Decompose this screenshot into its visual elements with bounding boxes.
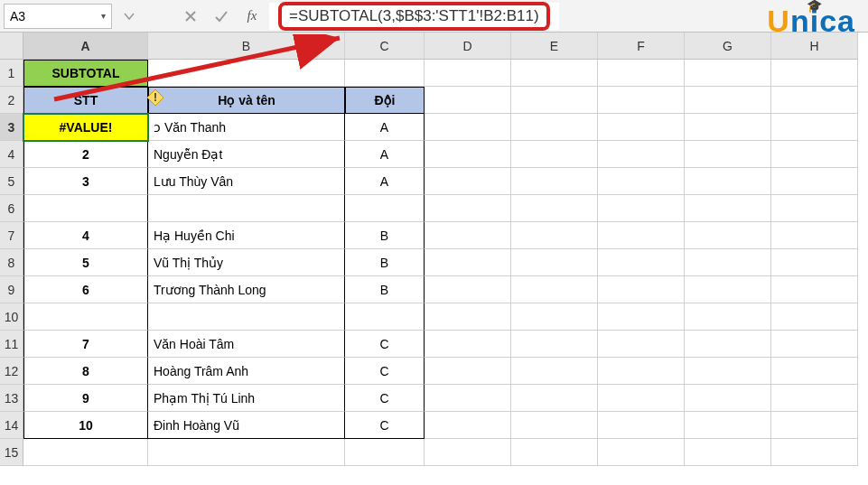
cell[interactable] xyxy=(685,87,771,114)
cell[interactable] xyxy=(345,195,425,222)
select-all-corner[interactable] xyxy=(0,33,23,60)
cell[interactable] xyxy=(511,385,598,412)
cell[interactable]: A xyxy=(345,141,425,168)
row-header[interactable]: 9 xyxy=(0,276,23,303)
cell[interactable] xyxy=(598,222,685,249)
cell[interactable] xyxy=(425,168,511,195)
cell[interactable] xyxy=(685,385,771,412)
cell[interactable] xyxy=(511,249,598,276)
cell-C2[interactable]: Đội xyxy=(345,87,425,114)
col-header-G[interactable]: G xyxy=(685,33,771,60)
cell[interactable] xyxy=(598,276,685,303)
col-header-E[interactable]: E xyxy=(511,33,598,60)
cell-C3[interactable]: A xyxy=(345,114,425,141)
cell[interactable] xyxy=(771,114,858,141)
cell[interactable] xyxy=(511,168,598,195)
cell[interactable] xyxy=(598,358,685,385)
cell[interactable] xyxy=(685,114,771,141)
cell-B2[interactable]: Họ và tên xyxy=(148,87,345,114)
row-header[interactable]: 12 xyxy=(0,358,23,385)
cell[interactable]: B xyxy=(345,249,425,276)
cell[interactable] xyxy=(511,60,598,87)
cell[interactable] xyxy=(511,141,598,168)
row-header[interactable]: 3 xyxy=(0,114,23,141)
cell[interactable]: C xyxy=(345,412,425,439)
cell[interactable] xyxy=(425,141,511,168)
cell[interactable]: C xyxy=(345,331,425,358)
cell[interactable] xyxy=(148,60,345,87)
cell[interactable] xyxy=(685,222,771,249)
cell[interactable] xyxy=(148,195,345,222)
cell[interactable] xyxy=(685,439,771,466)
col-header-A[interactable]: A xyxy=(23,33,148,60)
cell[interactable] xyxy=(771,168,858,195)
col-header-F[interactable]: F xyxy=(598,33,685,60)
cell[interactable] xyxy=(511,412,598,439)
row-header[interactable]: 2 xyxy=(0,87,23,114)
cell[interactable] xyxy=(685,60,771,87)
cell[interactable] xyxy=(425,195,511,222)
cell[interactable] xyxy=(425,385,511,412)
cell[interactable] xyxy=(511,195,598,222)
cell[interactable] xyxy=(598,303,685,331)
error-warning-icon[interactable]: ! xyxy=(146,89,164,107)
cell[interactable] xyxy=(771,141,858,168)
cell[interactable] xyxy=(685,358,771,385)
cell[interactable] xyxy=(685,168,771,195)
cell[interactable]: 5 xyxy=(23,249,148,276)
cell[interactable] xyxy=(425,358,511,385)
cell[interactable] xyxy=(23,303,148,331)
cell-B3[interactable]: ɔ Văn Thanh xyxy=(148,114,345,141)
cell[interactable] xyxy=(598,168,685,195)
cell[interactable] xyxy=(771,195,858,222)
cell[interactable] xyxy=(425,87,511,114)
cell[interactable]: Trương Thành Long xyxy=(148,276,345,303)
cell[interactable] xyxy=(425,114,511,141)
cell[interactable]: C xyxy=(345,385,425,412)
cell[interactable] xyxy=(685,249,771,276)
cell[interactable] xyxy=(771,385,858,412)
row-header[interactable]: 4 xyxy=(0,141,23,168)
col-header-B[interactable]: B xyxy=(148,33,345,60)
cell[interactable] xyxy=(771,276,858,303)
col-header-H[interactable]: H xyxy=(771,33,858,60)
row-header[interactable]: 5 xyxy=(0,168,23,195)
cell[interactable] xyxy=(771,87,858,114)
cell[interactable] xyxy=(425,331,511,358)
cell[interactable] xyxy=(771,331,858,358)
col-header-C[interactable]: C xyxy=(345,33,425,60)
cancel-icon[interactable] xyxy=(177,4,204,29)
row-header[interactable]: 10 xyxy=(0,303,23,331)
row-header[interactable]: 14 xyxy=(0,412,23,439)
cell[interactable] xyxy=(511,303,598,331)
cell[interactable]: C xyxy=(345,358,425,385)
cell[interactable] xyxy=(425,249,511,276)
cell[interactable] xyxy=(425,412,511,439)
cell[interactable]: A xyxy=(345,168,425,195)
cell[interactable]: Văn Hoài Tâm xyxy=(148,331,345,358)
cell[interactable] xyxy=(685,276,771,303)
cell[interactable] xyxy=(685,331,771,358)
cell[interactable] xyxy=(425,303,511,331)
cell[interactable] xyxy=(598,249,685,276)
cell[interactable]: 7 xyxy=(23,331,148,358)
cell[interactable] xyxy=(771,222,858,249)
row-header[interactable]: 8 xyxy=(0,249,23,276)
cell[interactable]: 10 xyxy=(23,412,148,439)
cell[interactable]: Lưu Thùy Vân xyxy=(148,168,345,195)
cell[interactable] xyxy=(685,141,771,168)
cell[interactable]: Nguyễn Đạt xyxy=(148,141,345,168)
fx-icon[interactable]: fx xyxy=(238,4,266,29)
cell[interactable] xyxy=(425,439,511,466)
cell[interactable] xyxy=(425,276,511,303)
name-box[interactable]: A3 ▾ xyxy=(4,4,112,29)
row-header[interactable]: 1 xyxy=(0,60,23,87)
cell[interactable]: 3 xyxy=(23,168,148,195)
cell[interactable] xyxy=(511,87,598,114)
cell[interactable] xyxy=(148,439,345,466)
cell-A3-active[interactable]: #VALUE! xyxy=(23,114,148,141)
cell[interactable] xyxy=(598,412,685,439)
cell[interactable] xyxy=(425,60,511,87)
cell[interactable] xyxy=(685,412,771,439)
cell[interactable] xyxy=(148,303,345,331)
